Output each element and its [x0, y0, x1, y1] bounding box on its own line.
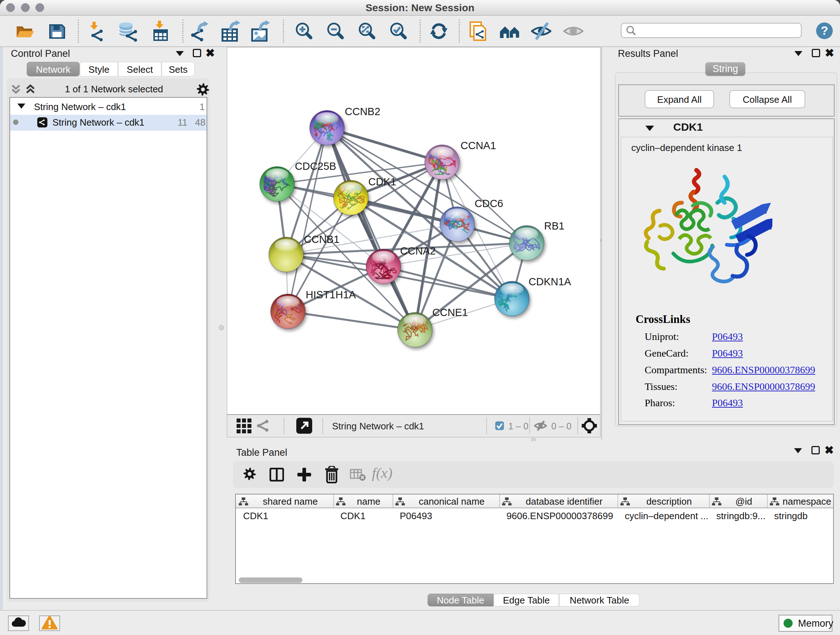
svg-text:RB1: RB1	[544, 220, 564, 232]
svg-text:HIST1H1A: HIST1H1A	[306, 289, 356, 301]
svg-text:CCNE1: CCNE1	[432, 307, 468, 318]
svg-text:CCNB1: CCNB1	[304, 233, 339, 245]
svg-text:CCNA1: CCNA1	[461, 140, 496, 151]
svg-text:CDKN1A: CDKN1A	[529, 276, 571, 287]
svg-text:CDC25B: CDC25B	[295, 160, 336, 172]
svg-text:CDC6: CDC6	[475, 198, 503, 209]
svg-text:?: ?	[821, 24, 828, 37]
svg-text:CDK1: CDK1	[368, 176, 396, 187]
svg-text:CCNA2: CCNA2	[400, 245, 436, 257]
svg-text:CCNB2: CCNB2	[345, 106, 380, 117]
